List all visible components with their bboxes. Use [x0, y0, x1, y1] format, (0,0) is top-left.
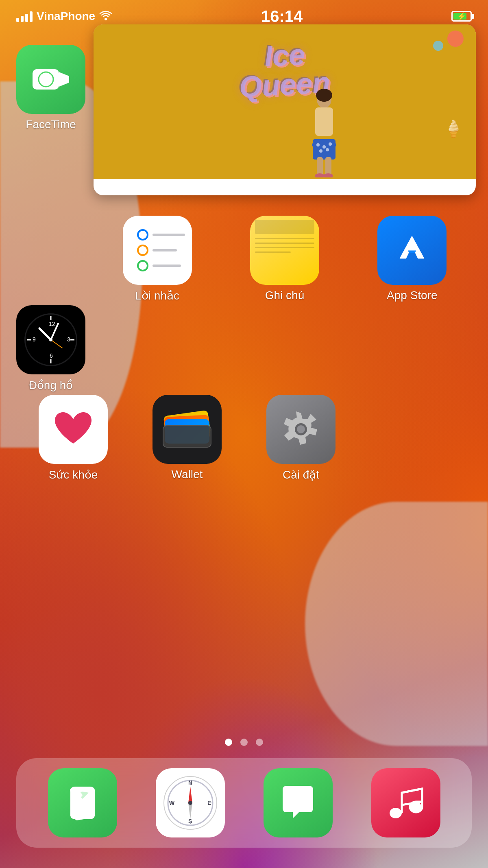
svg-rect-5 [313, 139, 336, 160]
facetime-icon[interactable] [16, 45, 85, 114]
phone-icon[interactable] [48, 768, 117, 837]
graffiti-title: Ice [264, 39, 306, 71]
clock-label: Đồng hồ [29, 378, 73, 392]
svg-point-14 [323, 173, 333, 177]
safari-compass-svg: N S E W [162, 774, 219, 831]
row-3: Sức khỏe Wallet Cài đặt [16, 395, 472, 481]
app-item-settings[interactable]: Cài đặt [266, 395, 336, 481]
status-bar: VinaPhone 16:14 ⚡ [0, 0, 488, 33]
figure [304, 88, 344, 179]
appstore-label: App Store [387, 289, 438, 302]
svg-point-6 [316, 143, 320, 146]
settings-icon[interactable] [266, 395, 336, 464]
svg-point-13 [315, 173, 325, 177]
wifi-icon [99, 9, 112, 24]
status-time: 16:14 [261, 7, 303, 26]
carrier-name: VinaPhone [37, 10, 95, 23]
clock-icon[interactable]: 12 3 6 9 [16, 305, 85, 374]
partial-row-1: Lời nhắc Ghi chú App Store [94, 216, 476, 302]
status-right: ⚡ [451, 11, 472, 22]
notification-image: Ice Queen [94, 24, 476, 179]
dock: N S E W [16, 758, 472, 848]
app-item-wallet[interactable]: Wallet [152, 395, 222, 481]
svg-point-9 [319, 149, 322, 153]
clock-face-svg: 12 3 6 9 [22, 311, 79, 368]
health-icon[interactable] [39, 395, 108, 464]
app-item-facetime[interactable]: FaceTime [16, 45, 85, 131]
svg-point-10 [326, 148, 329, 151]
svg-point-8 [329, 142, 332, 146]
dock-item-phone[interactable] [48, 768, 117, 837]
facetime-label: FaceTime [26, 118, 76, 131]
settings-gear-svg [281, 409, 321, 450]
page-dots [0, 739, 488, 746]
notes-label: Ghi chú [265, 289, 305, 302]
svg-point-53 [411, 802, 421, 812]
app-item-appstore[interactable]: App Store [377, 216, 447, 302]
app-item-notes[interactable]: Ghi chú [250, 216, 319, 302]
notes-icon[interactable] [250, 216, 319, 285]
svg-point-0 [105, 18, 107, 20]
svg-point-35 [41, 74, 51, 84]
appstore-a-icon [392, 230, 432, 271]
gray-bottom-decoration [305, 502, 488, 746]
signal-bars [16, 11, 33, 22]
svg-rect-12 [325, 157, 331, 175]
health-label: Sức khỏe [49, 468, 98, 481]
reminder-label: Lời nhắc [135, 289, 179, 302]
safari-icon[interactable]: N S E W [156, 768, 225, 837]
wallet-icon[interactable] [152, 395, 222, 464]
svg-point-45 [188, 801, 192, 805]
health-heart-svg [51, 409, 96, 450]
dock-item-messages[interactable] [264, 768, 333, 837]
messages-bubble-svg [277, 782, 319, 824]
settings-label: Cài đặt [283, 468, 319, 481]
music-note-svg [388, 783, 424, 823]
page-dot-1[interactable] [225, 739, 232, 746]
svg-text:6: 6 [50, 352, 53, 359]
svg-point-32 [297, 425, 305, 433]
appstore-icon[interactable] [377, 216, 447, 285]
app-item-empty [380, 395, 449, 481]
app-item-reminder[interactable]: Lời nhắc [123, 216, 192, 302]
notification-card[interactable]: Ice Queen [94, 24, 476, 195]
row-2: 12 3 6 9 Đồng hồ [16, 305, 98, 392]
status-left: VinaPhone [16, 9, 112, 24]
svg-line-50 [402, 789, 422, 793]
app-item-health[interactable]: Sức khỏe [39, 395, 108, 481]
svg-point-29 [49, 338, 52, 341]
page-dot-3[interactable] [256, 739, 263, 746]
svg-point-2 [316, 89, 332, 102]
svg-text:9: 9 [33, 336, 36, 343]
svg-rect-3 [315, 107, 333, 136]
svg-rect-11 [317, 157, 323, 175]
svg-point-7 [322, 145, 326, 149]
facetime-camera-svg [30, 63, 71, 96]
page-dot-2[interactable] [240, 739, 248, 746]
dock-item-safari[interactable]: N S E W [156, 768, 225, 837]
svg-point-52 [390, 808, 401, 818]
battery-icon: ⚡ [451, 11, 472, 22]
svg-text:3: 3 [67, 336, 70, 343]
wallet-label: Wallet [172, 468, 203, 481]
music-icon[interactable] [371, 768, 440, 837]
battery-lightning: ⚡ [457, 12, 466, 21]
app-item-clock[interactable]: 12 3 6 9 Đồng hồ [16, 305, 85, 392]
messages-icon[interactable] [264, 768, 333, 837]
reminder-icon[interactable] [123, 216, 192, 285]
dock-item-music[interactable] [371, 768, 440, 837]
svg-text:12: 12 [49, 321, 55, 327]
